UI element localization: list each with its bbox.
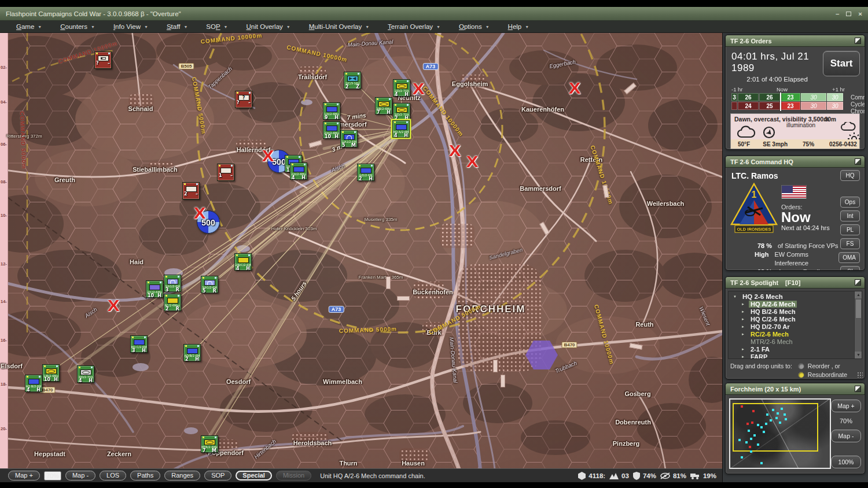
panel-collapse-icon[interactable] — [855, 158, 861, 165]
radio-resubordinate[interactable] — [798, 372, 804, 378]
toolbar-button[interactable]: Ranges — [164, 471, 200, 480]
maximize-button[interactable] — [846, 12, 851, 16]
tree-chevron-icon[interactable]: ► — [740, 325, 746, 328]
menu-item[interactable]: Info View ▼ — [105, 22, 156, 32]
menu-item[interactable]: Unit Overlay ▼ — [238, 22, 299, 32]
resize-grip[interactable] — [857, 372, 863, 378]
tree-chevron-icon[interactable]: ► — [740, 302, 746, 306]
spotlight-title: TF 2-6 Spotlight — [730, 279, 778, 286]
unit-tree-item[interactable]: ► FARP — [732, 353, 862, 359]
menu-item[interactable]: Options ▼ — [451, 22, 498, 32]
tree-chevron-icon[interactable]: ► — [740, 347, 746, 351]
menu-item[interactable]: SOP ▼ — [198, 22, 236, 32]
panel-collapse-icon[interactable] — [855, 279, 861, 286]
unit-tree-item[interactable]: ► RC/2-6 Mech — [732, 330, 862, 338]
unit-counter[interactable]: ?– — [94, 51, 112, 69]
radio-reorder[interactable] — [798, 363, 804, 369]
unit-tree-item[interactable]: ► HQ C/2-6 Mech — [732, 315, 862, 323]
toolbar-button[interactable]: Map + — [8, 471, 40, 480]
menu-item[interactable]: Counters ▼ — [52, 22, 103, 32]
unit-values: 10H — [43, 378, 59, 382]
hq-side-button[interactable]: Int — [840, 210, 860, 221]
unit-tree-item[interactable]: ► HQ D/2-70 Ar — [732, 323, 862, 330]
hq-side-button[interactable]: PL — [840, 224, 860, 235]
unit-counter[interactable]: 2/C/3-1AV 2Z — [344, 72, 361, 89]
unit-counter[interactable]: 2/B/C/2-6M 4H — [234, 253, 252, 271]
toolbar-button[interactable]: Special — [236, 471, 272, 480]
unit-counter[interactable]: 2– — [182, 182, 200, 199]
panel-collapse-icon[interactable] — [855, 38, 861, 44]
toolbar-button[interactable]: Mission — [276, 471, 311, 480]
unit-counter[interactable]: HQ B/2-6M 4H — [25, 375, 42, 392]
hq-side-button[interactable]: FS — [840, 238, 860, 249]
unit-counter[interactable]: 3/B/2-6Me 7H — [375, 97, 392, 114]
tree-chevron-icon[interactable]: ► — [740, 332, 746, 336]
unit-counter[interactable]: 1– — [217, 164, 234, 181]
unit-counter[interactable]: 1/B/2-6Me 10H — [42, 364, 60, 382]
reorder-option[interactable]: Reorder , or — [798, 363, 847, 369]
panel-collapse-icon[interactable] — [855, 386, 861, 392]
unit-counter[interactable]: MTR/2-6Me 7M — [201, 435, 218, 453]
unit-counter[interactable]: 1/A1/2-6M 5M — [340, 130, 358, 147]
unit-counter[interactable]: 3/A1/2-6M 5R — [201, 276, 218, 293]
resubordinate-option[interactable]: Resubordinate — [798, 371, 847, 378]
toolbar-button[interactable]: SOP — [204, 471, 231, 480]
minimap-unit-dot — [785, 418, 787, 420]
toolbar-button[interactable]: LOS — [100, 471, 126, 480]
tree-chevron-icon[interactable]: ▼ — [732, 295, 738, 298]
tree-chevron-icon[interactable]: ► — [740, 355, 746, 358]
unit-counter[interactable]: RC/2-6Mec 2R — [164, 294, 181, 311]
artillery-strike-marker[interactable]: 500 — [197, 210, 220, 234]
unit-counter[interactable]: 3/D/2-70A 4H — [77, 365, 94, 383]
unit-counter[interactable]: 2/A/2-6Me 4H — [290, 162, 307, 180]
minimap[interactable] — [729, 398, 831, 469]
unit-counter[interactable]: HQ C/2-6M 3H — [130, 335, 148, 353]
hex-row-number: 10- — [1, 213, 7, 218]
map-viewport[interactable]: 02-04-06-08-10-12-14-16-18-20- SchnaidTr… — [0, 33, 722, 469]
unit-counter[interactable]: 3/A1/2-6M 3R — [164, 275, 181, 292]
unit-tree-item[interactable]: ► 2-1 FA — [732, 345, 862, 353]
menu-item[interactable]: Terrain Overlay ▼ — [380, 22, 448, 32]
unit-tree-item[interactable]: MTR/2-6 Mech — [732, 338, 862, 345]
tree-scrollbar[interactable]: ▲ ▼ — [854, 291, 862, 358]
unit-tree-item[interactable]: ► HQ A/2-6 Mech — [732, 300, 862, 308]
unit-counter[interactable]: 2/C/2-6Me 10H — [146, 280, 163, 298]
toolbar-button[interactable]: Paths — [130, 471, 160, 480]
start-button[interactable]: Start — [823, 51, 860, 76]
minimap-header[interactable]: Forchheim (20 x 15 km) — [726, 383, 865, 395]
unit-counter[interactable]: 1/D/2-70A 4H — [393, 79, 410, 97]
command-hq-header[interactable]: TF 2-6 Command HQ — [726, 156, 865, 168]
unit-tree-item[interactable]: ► HQ B/2-6 Mech — [732, 308, 862, 315]
minimap-zoom-in-button[interactable]: Map + — [831, 400, 861, 412]
minimize-button[interactable]: – — [836, 10, 839, 17]
menu-item[interactable]: Help ▼ — [500, 22, 538, 32]
menu-item[interactable]: Staff ▼ — [159, 22, 196, 32]
tree-chevron-icon[interactable]: ► — [740, 317, 746, 321]
unit-counter[interactable]: AD/B/2-6M 2H — [183, 344, 201, 361]
unit-counter[interactable]: 3/D/2-70A 2H — [393, 103, 410, 120]
hq-side-button[interactable]: SI — [840, 266, 860, 271]
minimap-full-zoom-button[interactable]: 100% — [831, 456, 861, 468]
unit-counter[interactable]: 1/A/2-6Me 9H — [323, 102, 340, 120]
menu-item[interactable]: Multi-Unit Overlay ▼ — [301, 22, 377, 32]
scroll-down-icon[interactable]: ▼ — [855, 352, 862, 358]
toolbar-button[interactable]: Map - — [65, 471, 95, 480]
close-button[interactable]: × — [858, 10, 862, 17]
unit-tree-item[interactable]: ▼ HQ 2-6 Mech — [732, 293, 862, 300]
tree-chevron-icon[interactable]: ► — [740, 310, 746, 313]
spotlight-header[interactable]: TF 2-6 Spotlight [F10] — [726, 277, 865, 289]
scroll-up-icon[interactable]: ▲ — [855, 291, 862, 298]
scrollbar-thumb[interactable] — [855, 299, 862, 319]
unit-counter[interactable]: ? ?– — [235, 91, 252, 108]
unit-counter[interactable]: HQ A/2-6M 4H — [392, 120, 410, 138]
hq-side-button[interactable]: HQ — [840, 170, 860, 181]
orders-panel-header[interactable]: TF 2-6 Orders — [726, 35, 865, 47]
unit-counter[interactable]: A/D/2-6M 2H — [357, 164, 374, 181]
hq-side-button[interactable]: OMA — [838, 252, 860, 263]
minimap-viewport-rect[interactable] — [733, 403, 818, 452]
toolbar-button[interactable]: 70% — [44, 471, 61, 480]
unit-counter[interactable]: 2/A/2-6Me 10H — [323, 121, 340, 139]
hq-side-button[interactable]: Ops — [840, 197, 860, 208]
menu-item[interactable]: Game ▼ — [8, 22, 50, 32]
minimap-zoom-out-button[interactable]: Map - — [831, 430, 861, 442]
